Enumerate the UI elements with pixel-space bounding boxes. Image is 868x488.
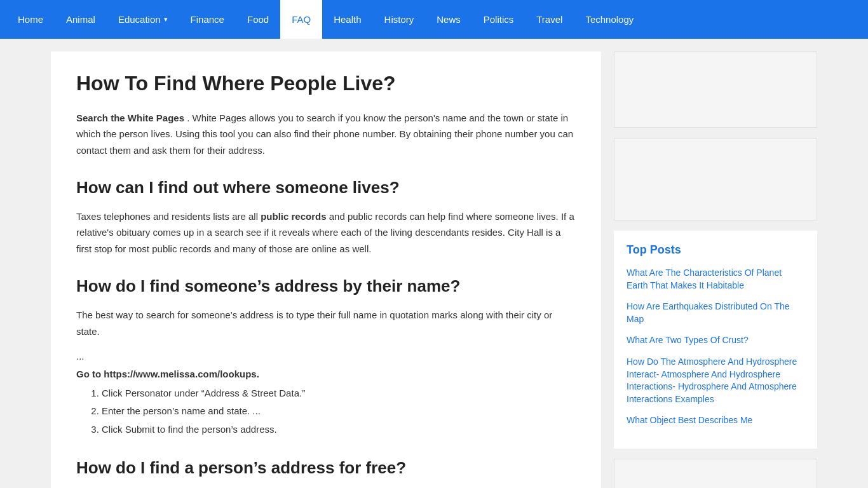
bold-search-white-pages: Search the White Pages bbox=[76, 112, 184, 123]
top-post-link-3[interactable]: How Do The Atmosphere And Hydrosphere In… bbox=[627, 356, 804, 405]
top-post-link-1[interactable]: How Are Earthquakes Distributed On The M… bbox=[627, 301, 804, 325]
nav-item-faq[interactable]: FAQ bbox=[280, 0, 322, 39]
top-post-link-0[interactable]: What Are The Characteristics Of Planet E… bbox=[627, 267, 804, 292]
nav-item-food[interactable]: Food bbox=[236, 0, 280, 39]
nav-item-technology[interactable]: Technology bbox=[574, 0, 645, 39]
nav-item-travel[interactable]: Travel bbox=[525, 0, 574, 39]
nav-item-health[interactable]: Health bbox=[322, 0, 372, 39]
intro-paragraph: Search the White Pages . White Pages all… bbox=[76, 110, 576, 159]
sidebar: Top Posts What Are The Characteristics O… bbox=[614, 51, 817, 488]
list-item: Click Personator under “Address & Street… bbox=[102, 384, 576, 403]
education-dropdown-icon: ▾ bbox=[164, 15, 168, 24]
sidebar-bottom-box bbox=[614, 459, 817, 488]
nav-item-history[interactable]: History bbox=[373, 0, 426, 39]
article-body: Search the White Pages . White Pages all… bbox=[76, 110, 576, 479]
top-posts-box: Top Posts What Are The Characteristics O… bbox=[614, 231, 817, 449]
section3-ellipsis: ... bbox=[76, 348, 576, 365]
top-post-link-2[interactable]: What Are Two Types Of Crust? bbox=[627, 334, 804, 347]
page-wrapper: How To Find Where People Live? Search th… bbox=[0, 39, 868, 488]
section3-heading: How do I find someone’s address by their… bbox=[76, 276, 576, 297]
section4-heading: How do I find a person’s address for fre… bbox=[76, 458, 576, 479]
top-posts-title: Top Posts bbox=[627, 243, 804, 257]
section3-list: Click Personator under “Address & Street… bbox=[76, 384, 576, 439]
nav-item-finance[interactable]: Finance bbox=[179, 0, 236, 39]
ad-box-mid bbox=[614, 138, 817, 220]
nav-item-news[interactable]: News bbox=[425, 0, 472, 39]
section2-paragraph: Taxes telephones and residents lists are… bbox=[76, 208, 576, 257]
article-title: How To Find Where People Live? bbox=[76, 71, 576, 97]
nav-item-politics[interactable]: Politics bbox=[472, 0, 526, 39]
nav-item-home[interactable]: Home bbox=[6, 0, 55, 39]
section2-bold: public records bbox=[261, 211, 326, 222]
list-item: Enter the person’s name and state. ... bbox=[102, 402, 576, 421]
section2-heading: How can I find out where someone lives? bbox=[76, 177, 576, 199]
top-post-link-4[interactable]: What Object Best Describes Me bbox=[627, 414, 804, 427]
section3-paragraph: The best way to search for someone’s add… bbox=[76, 307, 576, 339]
nav-item-animal[interactable]: Animal bbox=[55, 0, 107, 39]
main-nav: Home Animal Education ▾ Finance Food FAQ… bbox=[0, 0, 868, 39]
section2-pre-bold: Taxes telephones and residents lists are… bbox=[76, 211, 261, 222]
nav-item-education[interactable]: Education ▾ bbox=[107, 0, 179, 39]
main-content: How To Find Where People Live? Search th… bbox=[51, 51, 601, 488]
ad-box-top bbox=[614, 51, 817, 128]
section3-bold-link: Go to https://www.melissa.com/lookups. bbox=[76, 369, 576, 379]
list-item: Click Submit to find the person’s addres… bbox=[102, 421, 576, 439]
